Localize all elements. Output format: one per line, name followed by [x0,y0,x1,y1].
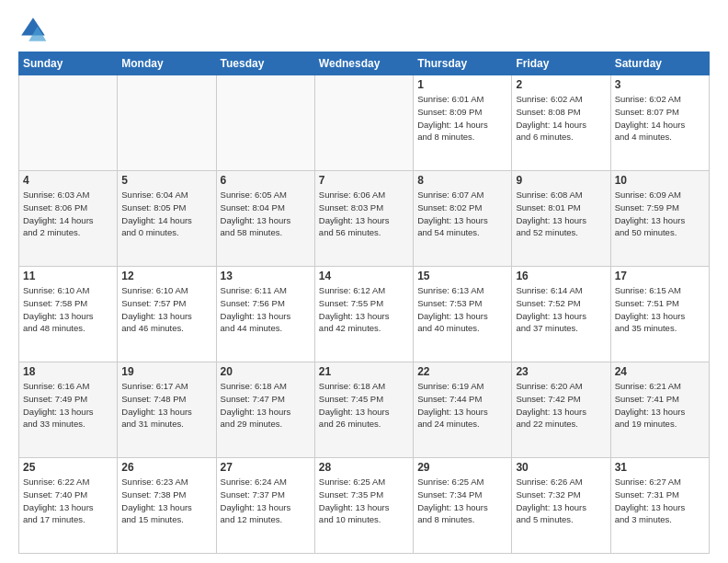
day-number: 17 [615,270,705,282]
day-info: Sunrise: 6:18 AMSunset: 7:45 PMDaylight:… [319,380,409,431]
day-number: 2 [516,78,606,91]
day-number: 14 [319,270,409,282]
day-number: 13 [221,270,311,282]
day-info: Sunrise: 6:17 AMSunset: 7:48 PMDaylight:… [121,380,211,431]
weekday-header-thursday: Thursday [414,52,512,75]
weekday-header-wednesday: Wednesday [314,52,413,75]
day-info: Sunrise: 6:24 AMSunset: 7:37 PMDaylight:… [221,476,311,526]
logo [18,15,51,44]
day-info: Sunrise: 6:06 AMSunset: 8:03 PMDaylight:… [319,189,409,239]
calendar-cell: 8Sunrise: 6:07 AMSunset: 8:02 PMDaylight… [414,171,512,267]
calendar-cell: 4Sunrise: 6:03 AMSunset: 8:06 PMDaylight… [19,171,118,267]
day-info: Sunrise: 6:19 AMSunset: 7:44 PMDaylight:… [417,380,507,431]
calendar-cell: 6Sunrise: 6:05 AMSunset: 8:04 PMDaylight… [216,171,314,267]
day-number: 19 [121,365,211,378]
day-info: Sunrise: 6:12 AMSunset: 7:55 PMDaylight:… [319,284,409,335]
calendar-cell: 11Sunrise: 6:10 AMSunset: 7:58 PMDayligh… [19,267,118,362]
day-number: 10 [615,174,705,187]
day-info: Sunrise: 6:21 AMSunset: 7:41 PMDaylight:… [615,380,705,431]
day-number: 6 [221,174,311,187]
day-number: 20 [221,365,311,378]
day-info: Sunrise: 6:18 AMSunset: 7:47 PMDaylight:… [221,380,311,431]
calendar-cell [118,75,216,171]
day-number: 23 [516,365,606,378]
svg-marker-0 [21,17,45,35]
day-number: 21 [319,365,409,378]
calendar-cell: 10Sunrise: 6:09 AMSunset: 7:59 PMDayligh… [610,171,709,267]
page: SundayMondayTuesdayWednesdayThursdayFrid… [0,0,728,563]
calendar-cell: 17Sunrise: 6:15 AMSunset: 7:51 PMDayligh… [610,267,709,362]
day-number: 24 [615,365,705,378]
calendar-cell: 19Sunrise: 6:17 AMSunset: 7:48 PMDayligh… [118,362,216,458]
calendar-cell: 23Sunrise: 6:20 AMSunset: 7:42 PMDayligh… [512,362,610,458]
calendar-cell: 13Sunrise: 6:11 AMSunset: 7:56 PMDayligh… [216,267,314,362]
calendar-cell: 14Sunrise: 6:12 AMSunset: 7:55 PMDayligh… [314,267,413,362]
calendar-cell: 25Sunrise: 6:22 AMSunset: 7:40 PMDayligh… [19,458,118,554]
day-info: Sunrise: 6:03 AMSunset: 8:06 PMDaylight:… [23,189,113,239]
day-info: Sunrise: 6:23 AMSunset: 7:38 PMDaylight:… [121,476,211,526]
day-number: 5 [121,174,211,187]
weekday-header-saturday: Saturday [610,52,709,75]
calendar-cell: 20Sunrise: 6:18 AMSunset: 7:47 PMDayligh… [216,362,314,458]
day-info: Sunrise: 6:27 AMSunset: 7:31 PMDaylight:… [615,476,705,526]
day-info: Sunrise: 6:22 AMSunset: 7:40 PMDaylight:… [23,476,113,526]
calendar-cell: 26Sunrise: 6:23 AMSunset: 7:38 PMDayligh… [118,458,216,554]
day-number: 18 [23,365,113,378]
day-number: 15 [417,270,507,282]
calendar-cell: 31Sunrise: 6:27 AMSunset: 7:31 PMDayligh… [610,458,709,554]
calendar-cell: 15Sunrise: 6:13 AMSunset: 7:53 PMDayligh… [414,267,512,362]
calendar-cell [19,75,118,171]
calendar-cell: 7Sunrise: 6:06 AMSunset: 8:03 PMDaylight… [314,171,413,267]
calendar-cell: 9Sunrise: 6:08 AMSunset: 8:01 PMDaylight… [512,171,610,267]
calendar-cell: 16Sunrise: 6:14 AMSunset: 7:52 PMDayligh… [512,267,610,362]
calendar-cell: 5Sunrise: 6:04 AMSunset: 8:05 PMDaylight… [118,171,216,267]
calendar-cell: 3Sunrise: 6:02 AMSunset: 8:07 PMDaylight… [610,75,709,171]
day-number: 30 [516,461,606,474]
calendar-week-row: 4Sunrise: 6:03 AMSunset: 8:06 PMDaylight… [19,171,710,267]
day-number: 31 [615,461,705,474]
calendar-cell [314,75,413,171]
calendar-cell: 12Sunrise: 6:10 AMSunset: 7:57 PMDayligh… [118,267,216,362]
logo-icon [18,15,48,44]
weekday-header-tuesday: Tuesday [216,52,314,75]
calendar-cell: 2Sunrise: 6:02 AMSunset: 8:08 PMDaylight… [512,75,610,171]
calendar-week-row: 18Sunrise: 6:16 AMSunset: 7:49 PMDayligh… [19,362,710,458]
calendar-cell: 18Sunrise: 6:16 AMSunset: 7:49 PMDayligh… [19,362,118,458]
day-info: Sunrise: 6:01 AMSunset: 8:09 PMDaylight:… [417,93,507,144]
calendar-cell: 27Sunrise: 6:24 AMSunset: 7:37 PMDayligh… [216,458,314,554]
day-info: Sunrise: 6:09 AMSunset: 7:59 PMDaylight:… [615,189,705,239]
calendar-cell: 24Sunrise: 6:21 AMSunset: 7:41 PMDayligh… [610,362,709,458]
day-number: 25 [23,461,113,474]
day-info: Sunrise: 6:04 AMSunset: 8:05 PMDaylight:… [121,189,211,239]
day-number: 4 [23,174,113,187]
calendar-cell: 30Sunrise: 6:26 AMSunset: 7:32 PMDayligh… [512,458,610,554]
day-info: Sunrise: 6:25 AMSunset: 7:35 PMDaylight:… [319,476,409,526]
day-info: Sunrise: 6:07 AMSunset: 8:02 PMDaylight:… [417,189,507,239]
day-number: 12 [121,270,211,282]
day-info: Sunrise: 6:10 AMSunset: 7:57 PMDaylight:… [121,284,211,335]
day-number: 9 [516,174,606,187]
day-info: Sunrise: 6:05 AMSunset: 8:04 PMDaylight:… [221,189,311,239]
calendar-cell: 29Sunrise: 6:25 AMSunset: 7:34 PMDayligh… [414,458,512,554]
calendar-week-row: 1Sunrise: 6:01 AMSunset: 8:09 PMDaylight… [19,75,710,171]
weekday-header-monday: Monday [118,52,216,75]
day-info: Sunrise: 6:25 AMSunset: 7:34 PMDaylight:… [417,476,507,526]
day-number: 27 [221,461,311,474]
day-info: Sunrise: 6:02 AMSunset: 8:07 PMDaylight:… [615,93,705,144]
day-number: 16 [516,270,606,282]
day-info: Sunrise: 6:20 AMSunset: 7:42 PMDaylight:… [516,380,606,431]
weekday-header-row: SundayMondayTuesdayWednesdayThursdayFrid… [19,52,710,75]
calendar-cell: 28Sunrise: 6:25 AMSunset: 7:35 PMDayligh… [314,458,413,554]
day-info: Sunrise: 6:13 AMSunset: 7:53 PMDaylight:… [417,284,507,335]
day-info: Sunrise: 6:16 AMSunset: 7:49 PMDaylight:… [23,380,113,431]
day-number: 22 [417,365,507,378]
day-info: Sunrise: 6:10 AMSunset: 7:58 PMDaylight:… [23,284,113,335]
day-number: 7 [319,174,409,187]
day-number: 1 [417,78,507,91]
day-info: Sunrise: 6:11 AMSunset: 7:56 PMDaylight:… [221,284,311,335]
calendar-week-row: 25Sunrise: 6:22 AMSunset: 7:40 PMDayligh… [19,458,710,554]
calendar-week-row: 11Sunrise: 6:10 AMSunset: 7:58 PMDayligh… [19,267,710,362]
calendar-cell: 22Sunrise: 6:19 AMSunset: 7:44 PMDayligh… [414,362,512,458]
weekday-header-sunday: Sunday [19,52,118,75]
day-info: Sunrise: 6:14 AMSunset: 7:52 PMDaylight:… [516,284,606,335]
